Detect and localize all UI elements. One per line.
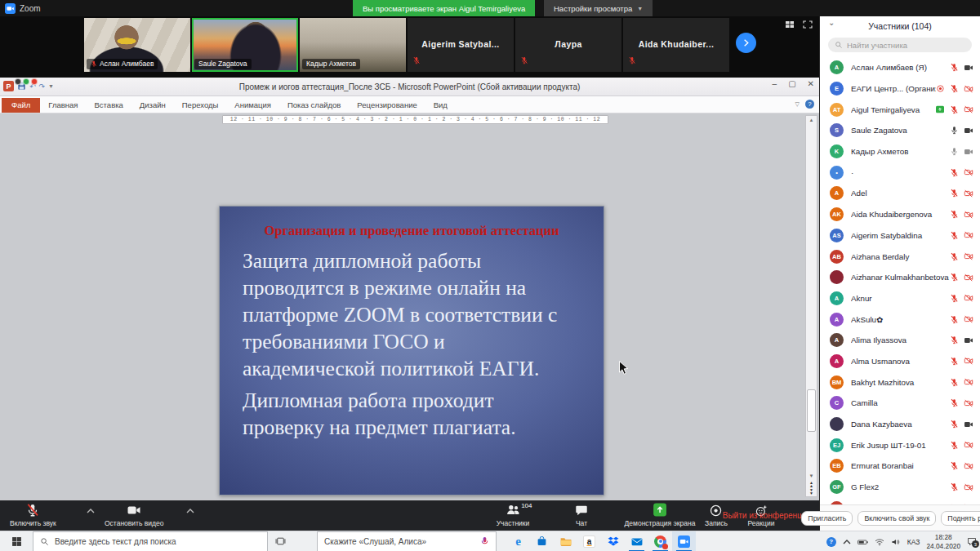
- ribbon-tab-3[interactable]: Дизайн: [131, 98, 174, 113]
- ribbon-tab-7[interactable]: Рецензирование: [349, 98, 425, 113]
- gallery-view-icon[interactable]: [785, 20, 795, 29]
- stop-video-button[interactable]: Остановить видео: [105, 503, 163, 527]
- leave-meeting-button[interactable]: Выйти из конференции: [723, 511, 811, 520]
- participant-name: Adel: [851, 189, 950, 198]
- next-page-arrow-button[interactable]: [736, 33, 756, 53]
- ribbon-tab-4[interactable]: Переходы: [174, 98, 227, 113]
- video-tile[interactable]: Aida Khudaiber...: [623, 18, 729, 72]
- video-options-chevron-icon[interactable]: [186, 509, 194, 513]
- participant-row[interactable]: CCamilla: [820, 393, 980, 414]
- unmute-button[interactable]: Включить звук: [10, 503, 56, 527]
- toolbar-chat-button[interactable]: Чат: [575, 503, 589, 527]
- avatar: A: [830, 354, 844, 368]
- start-button[interactable]: [0, 531, 33, 551]
- participant-row[interactable]: AKAida Khudaibergenova: [820, 204, 980, 225]
- volume-icon[interactable]: [891, 538, 901, 546]
- video-tile[interactable]: Аслан Алимбаев: [84, 18, 190, 72]
- participant-row[interactable]: Aizhanar Kulmakhanbetova: [820, 267, 980, 288]
- action-center-button[interactable]: 3: [967, 537, 977, 546]
- windows-search-input[interactable]: Введите здесь текст для поиска: [33, 531, 268, 551]
- participant-row[interactable]: AAlma Usmanova: [820, 351, 980, 372]
- view-settings-button[interactable]: Настройки просмотра ▼: [544, 0, 653, 16]
- fullscreen-icon[interactable]: [803, 20, 813, 29]
- minimize-button[interactable]: –: [773, 79, 777, 88]
- close-button[interactable]: ✕: [808, 79, 814, 88]
- alice-mic-icon[interactable]: [480, 536, 489, 547]
- taskbar-app-amazon[interactable]: a: [577, 531, 601, 551]
- participant-row[interactable]: AAdel: [820, 183, 980, 204]
- ribbon-tab-2[interactable]: Вставка: [87, 98, 131, 113]
- taskbar-app-mail[interactable]: [625, 531, 648, 551]
- help-icon[interactable]: ?: [805, 100, 814, 109]
- mic-muted-icon: [91, 60, 97, 67]
- ppt-window-title: Промеж и иогов аттестация_После ЗСБ - Mi…: [0, 82, 819, 91]
- ribbon-tab-1[interactable]: Главная: [40, 98, 86, 113]
- task-view-button[interactable]: [268, 536, 292, 546]
- qat-dropdown-icon[interactable]: ▼: [48, 83, 54, 89]
- participant-row[interactable]: [820, 497, 980, 504]
- participant-row[interactable]: Dana Kazybaeva: [820, 414, 980, 435]
- mic-options-chevron-icon[interactable]: [87, 509, 95, 513]
- restore-button[interactable]: ▢: [788, 79, 795, 88]
- participant-row[interactable]: SSaule Zagatova: [820, 120, 980, 141]
- participant-row[interactable]: AАслан Алимбаев (Я): [820, 57, 980, 78]
- invite-button[interactable]: Пригласить: [801, 511, 853, 526]
- clock[interactable]: 18:28 24.04.2020: [926, 533, 960, 550]
- tray-expand-chevron-icon[interactable]: [843, 540, 851, 544]
- video-tile[interactable]: Aigerim Satybal...: [408, 18, 514, 72]
- taskbar-app-chrome[interactable]: [648, 531, 672, 551]
- alice-search-input[interactable]: Скажите «Слушай, Алиса»: [317, 531, 497, 551]
- participant-row[interactable]: EJErik Jusup ШТ-19-01: [820, 434, 980, 455]
- participant-row[interactable]: AAlima Ilyassova: [820, 330, 980, 351]
- previous-slide-button[interactable]: ▲▲: [809, 481, 813, 487]
- taskbar-app-dropbox[interactable]: [601, 531, 625, 551]
- participant-name: Bakhyt Mazhitova: [851, 378, 950, 387]
- battery-icon[interactable]: [858, 538, 868, 546]
- taskbar-app-zoom[interactable]: [672, 531, 696, 551]
- participant-row[interactable]: ABAizhana Berdaly: [820, 246, 980, 267]
- avatar: A: [830, 333, 844, 347]
- ribbon-tab-0[interactable]: Файл: [2, 98, 40, 113]
- search-participant-input[interactable]: Найти участника: [828, 38, 972, 52]
- collapse-panel-chevron-icon[interactable]: ⌄: [828, 18, 835, 27]
- video-tile[interactable]: Кадыр Ахметов: [300, 18, 406, 72]
- scrollbar-thumb[interactable]: [807, 389, 816, 432]
- ribbon-tab-6[interactable]: Показ слайдов: [279, 98, 349, 113]
- taskbar-app-edge[interactable]: e: [506, 531, 530, 551]
- camera-off-icon: [964, 251, 973, 261]
- video-tile[interactable]: Saule Zagatova: [192, 18, 298, 72]
- participant-row[interactable]: GFG Flex2: [820, 477, 980, 498]
- participant-row[interactable]: EBErmurat Boranbai: [820, 455, 980, 477]
- next-slide-button[interactable]: ▼▼: [809, 488, 813, 495]
- participant-row[interactable]: ATAigul Temirgaliyeva: [820, 99, 980, 120]
- unmute-self-button[interactable]: Включить свой звук: [858, 511, 936, 526]
- taskbar-app-store[interactable]: [530, 531, 554, 551]
- participant-row[interactable]: AAkSulu✿: [820, 309, 980, 330]
- language-indicator[interactable]: КАЗ: [907, 538, 920, 546]
- participant-row[interactable]: KКадыр Ахметов: [820, 141, 980, 162]
- toolbar-share-button[interactable]: Демонстрация экрана: [625, 503, 696, 527]
- ppt-vertical-scrollbar[interactable]: ▲ ▼ ▲▲ ▼▼: [805, 115, 817, 497]
- camera-off-icon: [964, 293, 973, 303]
- ribbon-tab-8[interactable]: Вид: [425, 98, 456, 113]
- raise-hand-button[interactable]: Поднять руку: [941, 511, 980, 526]
- chrome-icon: [654, 535, 666, 548]
- wifi-icon[interactable]: [875, 538, 884, 546]
- collapse-ribbon-icon[interactable]: ▽: [795, 101, 800, 108]
- participant-name: Camilla: [851, 398, 950, 407]
- participant-row[interactable]: ASAigerim Satybaldina: [820, 225, 980, 247]
- scroll-down-arrow-icon[interactable]: ▼: [809, 472, 814, 480]
- participant-row[interactable]: •·: [820, 162, 980, 183]
- taskbar-app-explorer[interactable]: [554, 531, 577, 551]
- participant-row[interactable]: BMBakhyt Mazhitova: [820, 371, 980, 393]
- participant-row[interactable]: AAknur: [820, 288, 980, 309]
- video-tile[interactable]: Лаура: [515, 18, 621, 72]
- ribbon-tab-5[interactable]: Анимация: [226, 98, 279, 113]
- help-tray-button[interactable]: ?: [826, 537, 836, 547]
- toolbar-participants-button[interactable]: 104Участники: [497, 503, 530, 527]
- scroll-up-arrow-icon[interactable]: ▲: [809, 116, 814, 124]
- participant-row[interactable]: ЕЕАГИ Центр... (Организатор): [820, 78, 980, 100]
- participants-panel: ⌄ Участники (104) Найти участника AАслан…: [819, 16, 980, 531]
- redo-icon[interactable]: ↷: [39, 82, 46, 91]
- search-icon: [835, 41, 843, 49]
